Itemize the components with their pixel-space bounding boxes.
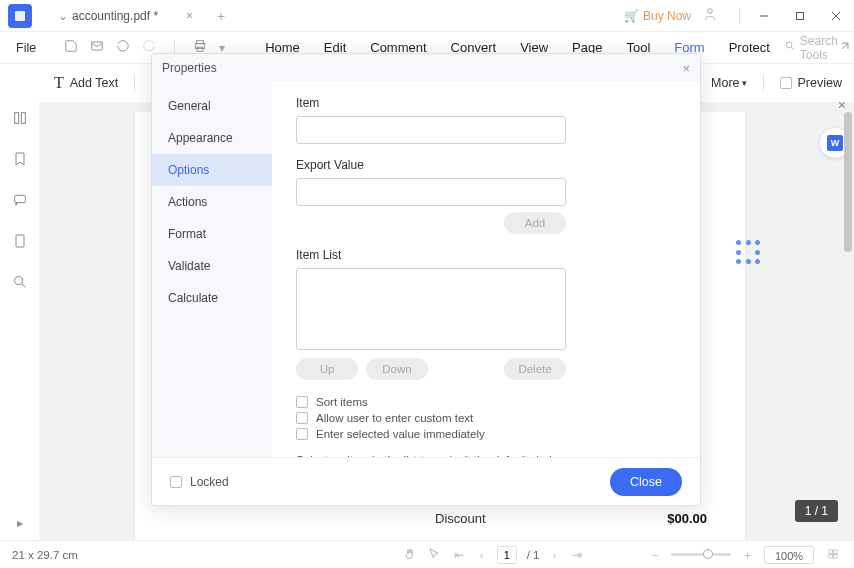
allow-custom-checkbox[interactable]: Allow user to enter custom text (296, 412, 676, 424)
export-value-label: Export Value (296, 158, 676, 172)
save-icon[interactable] (64, 39, 78, 56)
search-tools[interactable]: Search Tools (784, 34, 838, 62)
search-icon (784, 40, 796, 55)
add-button[interactable]: Add (504, 212, 566, 234)
svg-rect-9 (197, 47, 203, 51)
undo-icon[interactable] (116, 39, 130, 56)
thumbnails-icon[interactable] (12, 110, 28, 129)
close-button[interactable]: Close (610, 468, 682, 496)
svg-rect-6 (92, 42, 103, 50)
tab-close-icon[interactable]: × (186, 9, 193, 23)
tab-chevron-icon: ⌄ (58, 9, 68, 23)
app-icon (8, 4, 32, 28)
down-button[interactable]: Down (366, 358, 428, 380)
item-list-box[interactable] (296, 268, 566, 350)
item-input[interactable] (296, 116, 566, 144)
form-field-selection[interactable] (736, 240, 760, 264)
close-button[interactable] (818, 0, 854, 32)
dialog-close-icon[interactable]: × (682, 61, 690, 76)
item-list-label: Item List (296, 248, 676, 262)
zoom-in-icon[interactable]: + (741, 549, 754, 561)
separator (739, 8, 740, 24)
sort-items-checkbox[interactable]: Sort items (296, 396, 676, 408)
buy-now-button[interactable]: 🛒 Buy Now (624, 9, 691, 23)
maximize-button[interactable] (782, 0, 818, 32)
share-icon[interactable] (838, 39, 852, 56)
zoom-out-icon[interactable]: − (649, 549, 662, 561)
attachment-icon[interactable] (12, 233, 28, 252)
first-page-icon[interactable]: ⇤ (451, 548, 467, 562)
text-icon: T (54, 74, 64, 92)
discount-label: Discount (435, 511, 486, 526)
svg-rect-20 (829, 554, 833, 558)
svg-rect-18 (829, 550, 833, 554)
user-avatar-icon[interactable] (701, 5, 723, 27)
zoom-percent[interactable]: 100% (764, 546, 814, 564)
expand-panel-icon[interactable]: ▸ (17, 516, 23, 530)
svg-rect-14 (14, 195, 25, 202)
svg-point-16 (14, 277, 22, 285)
tab-calculate[interactable]: Calculate (152, 282, 272, 314)
comment-icon[interactable] (12, 192, 28, 211)
select-tool-icon[interactable] (427, 547, 441, 563)
tab-add-icon[interactable]: + (217, 8, 225, 24)
svg-point-10 (786, 42, 792, 48)
preview-checkbox[interactable]: Preview (780, 76, 842, 90)
chevron-down-icon: ▾ (742, 78, 747, 88)
ribbon-close-icon[interactable]: × (838, 102, 846, 113)
enter-immediate-checkbox[interactable]: Enter selected value immediately (296, 428, 676, 440)
dialog-title: Properties (162, 61, 217, 75)
separator (134, 75, 135, 91)
tab-actions[interactable]: Actions (152, 186, 272, 218)
tab-format[interactable]: Format (152, 218, 272, 250)
last-page-icon[interactable]: ⇥ (569, 548, 585, 562)
file-menu[interactable]: File (8, 41, 44, 55)
minimize-button[interactable] (746, 0, 782, 32)
mail-icon[interactable] (90, 39, 104, 56)
page-number-input[interactable] (497, 546, 517, 564)
search-panel-icon[interactable] (12, 274, 28, 293)
svg-line-11 (791, 48, 794, 51)
next-page-icon[interactable]: › (549, 549, 559, 561)
fit-page-icon[interactable] (824, 548, 842, 562)
svg-rect-19 (834, 550, 838, 554)
tab-appearance[interactable]: Appearance (152, 122, 272, 154)
export-value-input[interactable] (296, 178, 566, 206)
svg-point-1 (708, 8, 713, 13)
svg-rect-21 (834, 554, 838, 558)
svg-rect-15 (16, 235, 24, 247)
menu-protect[interactable]: Protect (729, 40, 770, 55)
prev-page-icon[interactable]: ‹ (477, 549, 487, 561)
document-tab[interactable]: ⌄ accounting.pdf * × (50, 0, 201, 31)
add-text-button[interactable]: T Add Text (54, 74, 118, 92)
svg-line-17 (22, 284, 25, 287)
vertical-scrollbar[interactable] (844, 112, 852, 530)
svg-rect-3 (797, 12, 804, 19)
separator (763, 75, 764, 91)
svg-rect-0 (15, 11, 25, 21)
svg-rect-13 (21, 113, 25, 124)
locked-checkbox[interactable]: Locked (170, 475, 229, 489)
checkbox-icon (780, 77, 792, 89)
cart-icon: 🛒 (624, 9, 639, 23)
up-button[interactable]: Up (296, 358, 358, 380)
page-indicator: 1 / 1 (795, 500, 838, 522)
item-label: Item (296, 96, 676, 110)
tab-options[interactable]: Options (152, 154, 272, 186)
page-total: / 1 (527, 549, 540, 561)
more-button[interactable]: More ▾ (711, 76, 746, 90)
zoom-slider[interactable] (671, 553, 731, 556)
svg-rect-12 (14, 113, 18, 124)
tab-title: accounting.pdf * (72, 9, 158, 23)
discount-value: $00.00 (667, 511, 707, 526)
bookmark-icon[interactable] (12, 151, 28, 170)
properties-dialog: Properties × General Appearance Options … (151, 53, 701, 506)
delete-button[interactable]: Delete (504, 358, 566, 380)
hand-tool-icon[interactable] (403, 547, 417, 563)
tab-general[interactable]: General (152, 90, 272, 122)
tab-validate[interactable]: Validate (152, 250, 272, 282)
page-dimensions: 21 x 29.7 cm (12, 549, 78, 561)
